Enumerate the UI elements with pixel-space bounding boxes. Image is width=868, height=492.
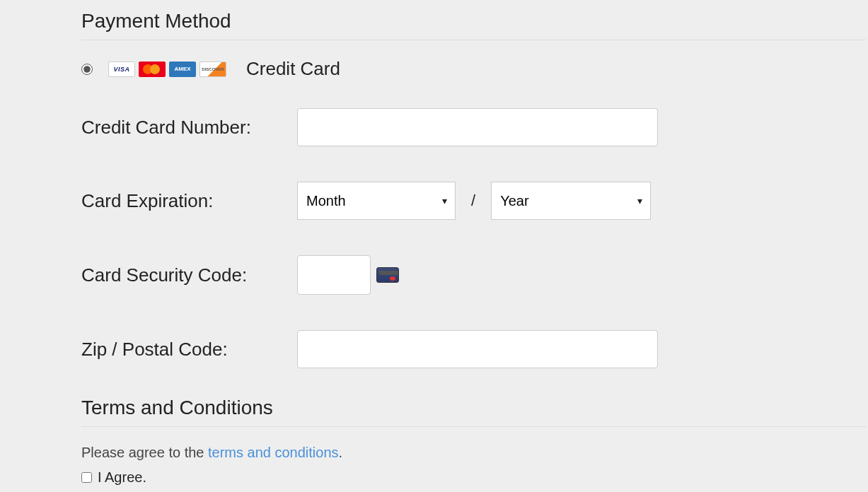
security-code-input[interactable] bbox=[297, 255, 371, 295]
security-code-label: Card Security Code: bbox=[81, 264, 297, 286]
discover-icon: DISCOVER bbox=[199, 62, 226, 77]
card-number-row: Credit Card Number: bbox=[81, 108, 868, 146]
zip-input[interactable] bbox=[297, 330, 658, 368]
terms-heading: Terms and Conditions bbox=[81, 397, 868, 419]
expiration-row: Card Expiration: Month / Year bbox=[81, 182, 868, 220]
zip-label: Zip / Postal Code: bbox=[81, 339, 297, 361]
card-brand-icons: VISA AMEX DISCOVER bbox=[108, 62, 226, 77]
terms-suffix: . bbox=[339, 445, 343, 460]
terms-link[interactable]: terms and conditions bbox=[208, 445, 339, 460]
amex-icon: AMEX bbox=[169, 62, 196, 77]
cvc-card-icon bbox=[376, 267, 399, 283]
zip-row: Zip / Postal Code: bbox=[81, 330, 868, 368]
agree-checkbox-label: I Agree. bbox=[98, 469, 146, 486]
card-number-label: Credit Card Number: bbox=[81, 117, 297, 139]
credit-card-label: Credit Card bbox=[246, 58, 340, 80]
expiration-year-select[interactable]: Year bbox=[491, 182, 651, 220]
terms-prefix: Please agree to the bbox=[81, 445, 208, 460]
divider bbox=[81, 40, 867, 40]
agree-checkbox[interactable] bbox=[81, 472, 92, 483]
visa-icon: VISA bbox=[108, 62, 135, 77]
expiration-separator: / bbox=[471, 192, 475, 210]
divider bbox=[81, 426, 867, 427]
expiration-label: Card Expiration: bbox=[81, 190, 297, 212]
security-code-row: Card Security Code: bbox=[81, 255, 868, 295]
mastercard-icon bbox=[139, 62, 166, 77]
credit-card-radio[interactable] bbox=[81, 64, 93, 75]
payment-method-option-row: VISA AMEX DISCOVER Credit Card bbox=[81, 58, 868, 80]
payment-method-heading: Payment Method bbox=[81, 10, 868, 33]
agree-checkbox-row: I Agree. bbox=[81, 469, 868, 486]
terms-agree-text: Please agree to the terms and conditions… bbox=[81, 445, 868, 461]
card-number-input[interactable] bbox=[297, 108, 658, 146]
expiration-month-select[interactable]: Month bbox=[297, 182, 456, 220]
